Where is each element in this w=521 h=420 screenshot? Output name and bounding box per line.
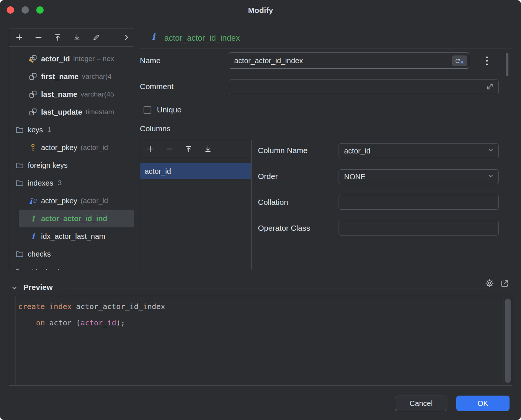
move-down-icon[interactable] [204, 145, 212, 153]
tree-item-label: keys [28, 126, 43, 134]
close-button[interactable] [7, 6, 14, 14]
columns-toolbar [140, 140, 251, 158]
tree-item-label: actor_id [41, 55, 70, 63]
tree-item-label: actor_actor_id_ind [41, 214, 107, 223]
folder-icon [15, 250, 24, 258]
operator-class-label: Operator Class [258, 224, 310, 233]
object-tree: actor_id integer = nex first_name varcha… [9, 47, 134, 270]
tree-item-first-name[interactable]: first_name varchar(4 [9, 68, 134, 85]
tree-item-actor-id[interactable]: actor_id integer = nex [9, 50, 134, 68]
unique-checkbox[interactable] [144, 106, 151, 114]
gear-icon[interactable] [485, 278, 494, 289]
comment-input[interactable] [229, 79, 499, 94]
edit-icon[interactable] [92, 33, 100, 41]
tree-toolbar [9, 28, 134, 47]
tree-item-meta: varchar(4 [82, 72, 111, 81]
collapse-chevron-icon[interactable] [11, 285, 18, 293]
tree-item-label: checks [28, 250, 51, 258]
code-line: create index actor_actor_id_index [18, 298, 165, 315]
index-icon: i [28, 232, 37, 241]
expand-field-icon[interactable] [485, 82, 494, 91]
tree-item-idx-actor-last-name[interactable]: i idx_actor_last_nam [9, 227, 134, 245]
folder-icon [15, 179, 24, 187]
collation-input[interactable] [339, 195, 499, 210]
tree-item-last-update[interactable]: last_update timestam [9, 103, 134, 121]
tree-item-meta: timestam [85, 108, 114, 116]
folder-icon [15, 125, 24, 134]
key-icon [28, 143, 37, 152]
add-icon[interactable] [15, 33, 23, 41]
chevron-down-icon [487, 147, 494, 155]
folder-icon [15, 161, 24, 170]
chevron-right-icon[interactable] [122, 33, 131, 41]
order-select[interactable]: NONE [339, 169, 499, 184]
titlebar: Modify [0, 0, 521, 20]
columns-section-label: Columns [140, 124, 171, 133]
tree-item-count: 1 [47, 126, 51, 134]
collation-label: Collation [258, 198, 288, 207]
tree-item-last-name[interactable]: last_name varchar(45 [9, 85, 134, 103]
tree-item-virtual-columns[interactable]: virtual columns [9, 263, 134, 270]
preview-scrollbar-thumb[interactable] [505, 299, 511, 383]
comment-label: Comment [140, 82, 174, 91]
tree-item-label: actor_pkey [41, 143, 77, 152]
modify-dialog: Modify actor_id integer = nex first_name… [0, 0, 521, 420]
remove-icon[interactable] [34, 33, 43, 41]
tree-item-label: idx_actor_last_nam [41, 232, 105, 241]
operator-class-input[interactable] [339, 221, 499, 236]
auto-generate-name-icon[interactable]: A [452, 55, 467, 66]
cancel-button[interactable]: Cancel [395, 396, 447, 411]
minimize-button[interactable] [21, 6, 29, 14]
zoom-button[interactable] [36, 6, 44, 14]
chevron-down-icon [487, 173, 494, 181]
tree-item-foreign-keys[interactable]: foreign keys [9, 156, 134, 174]
remove-icon[interactable] [165, 145, 174, 153]
tree-item-actor-actor-id-index[interactable]: i actor_actor_id_ind [9, 210, 134, 227]
tree-item-label: last_name [41, 90, 77, 99]
unique-index-icon: iU [28, 196, 37, 205]
header-divider [140, 48, 512, 48]
tree-item-keys[interactable]: keys 1 [9, 121, 134, 139]
preview-title: Preview [23, 283, 53, 292]
sql-preview: create index actor_actor_id_indexon acto… [9, 296, 512, 386]
column-icon [28, 108, 37, 116]
column-icon [28, 72, 37, 81]
preview-divider [69, 288, 481, 288]
move-up-icon[interactable] [185, 145, 193, 153]
tree-item-actor-pkey-index[interactable]: iU actor_pkey (actor_id [9, 192, 134, 210]
unique-label: Unique [157, 105, 182, 114]
tree-item-label: foreign keys [28, 161, 68, 170]
columns-list-item[interactable]: actor_id [140, 163, 251, 179]
tree-item-label: last_update [41, 108, 82, 116]
form-scrollbar[interactable] [506, 53, 508, 76]
name-label: Name [140, 56, 161, 65]
column-name-value: actor_id [344, 147, 370, 155]
ok-button[interactable]: OK [456, 396, 510, 411]
page-title: actor_actor_id_index [164, 33, 240, 43]
more-options-icon[interactable] [485, 56, 489, 66]
tree-item-label: actor_pkey [41, 197, 77, 205]
column-name-label: Column Name [258, 146, 307, 155]
column-name-select[interactable]: actor_id [339, 143, 499, 158]
tree-item-label: virtual columns [28, 268, 77, 271]
move-down-icon[interactable] [73, 33, 81, 41]
column-icon [28, 90, 37, 99]
open-in-editor-icon[interactable] [500, 279, 509, 289]
sql-code: create index actor_actor_id_indexon acto… [18, 298, 165, 331]
tree-item-actor-pkey[interactable]: actor_pkey (actor_id [9, 139, 134, 156]
add-icon[interactable] [146, 145, 154, 153]
name-input[interactable] [229, 52, 469, 69]
tree-item-meta: (actor_id [81, 197, 108, 205]
index-icon: i [152, 33, 155, 41]
order-value: NONE [344, 173, 366, 181]
preview-scrollbar-track [504, 296, 512, 385]
order-label: Order [258, 172, 278, 181]
move-up-icon[interactable] [54, 33, 62, 41]
folder-icon [15, 267, 24, 270]
columns-list-panel: actor_id [140, 140, 252, 270]
tree-item-meta: integer = nex [73, 55, 114, 63]
window-title: Modify [248, 6, 273, 15]
columns-list-item-label: actor_id [145, 167, 171, 176]
tree-item-indexes[interactable]: indexes 3 [9, 174, 134, 192]
tree-item-checks[interactable]: checks [9, 245, 134, 263]
